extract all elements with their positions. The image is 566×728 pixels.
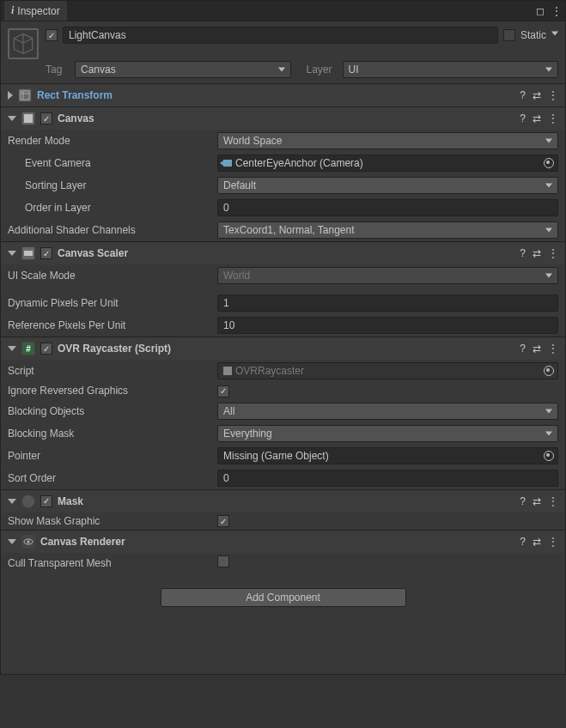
foldout-icon (8, 116, 16, 121)
ovr-raycaster-title: OVR Raycaster (Script) (58, 343, 514, 355)
preset-icon[interactable]: ⇄ (533, 247, 541, 259)
rect-transform-title: Rect Transform (37, 89, 514, 101)
event-camera-field[interactable]: CenterEyeAnchor (Camera) (217, 155, 558, 172)
help-icon[interactable]: ? (520, 112, 526, 124)
reference-ppu-field[interactable]: 10 (217, 317, 558, 334)
sorting-layer-dropdown[interactable]: Default (217, 177, 558, 194)
prop-label: Script (8, 365, 214, 377)
prop-label: Blocking Objects (8, 405, 214, 417)
prop-label: Order in Layer (8, 202, 214, 214)
canvas-scaler-header[interactable]: Canvas Scaler ?⇄⋮ (1, 242, 565, 264)
order-in-layer-field[interactable]: 0 (217, 199, 558, 216)
camera-icon (223, 160, 232, 167)
canvas-scaler-icon (21, 246, 35, 260)
additional-channels-dropdown[interactable]: TexCoord1, Normal, Tangent (217, 221, 558, 239)
ui-scale-mode-dropdown: World (217, 267, 558, 284)
script-field: OVRRaycaster (217, 362, 558, 379)
svg-rect-0 (21, 91, 29, 100)
prop-label: Event Camera (8, 157, 214, 169)
add-component-button[interactable]: Add Component (161, 588, 406, 607)
prop-label: Pointer (8, 450, 214, 462)
show-mask-graphic-checkbox[interactable] (217, 515, 229, 527)
rect-transform-header[interactable]: Rect Transform ?⇄⋮ (1, 84, 565, 106)
ignore-reversed-checkbox[interactable] (217, 385, 229, 397)
prop-label: Additional Shader Channels (8, 224, 214, 236)
svg-rect-4 (24, 251, 33, 256)
prop-label: Blocking Mask (8, 428, 214, 440)
tab-title: Inspector (17, 5, 59, 17)
help-icon[interactable]: ? (520, 343, 526, 355)
static-checkbox[interactable] (503, 29, 515, 41)
mask-enabled-checkbox[interactable] (40, 495, 52, 507)
enabled-checkbox[interactable] (46, 29, 58, 41)
dynamic-ppu-field[interactable]: 1 (217, 294, 558, 312)
canvas-renderer-header[interactable]: Canvas Renderer ?⇄⋮ (1, 531, 565, 553)
prop-label: Ignore Reversed Graphics (8, 385, 214, 397)
mask-header[interactable]: Mask ?⇄⋮ (1, 490, 565, 513)
mask-title: Mask (58, 495, 514, 507)
lock-icon[interactable]: ◻ (536, 5, 545, 17)
prop-label: Reference Pixels Per Unit (8, 319, 214, 331)
canvas-enabled-checkbox[interactable] (40, 112, 52, 124)
prop-label: Dynamic Pixels Per Unit (8, 297, 214, 309)
foldout-icon (8, 499, 16, 504)
preset-icon[interactable]: ⇄ (533, 343, 541, 355)
tag-dropdown[interactable]: Canvas (75, 61, 291, 78)
ovr-raycaster-enabled-checkbox[interactable] (40, 343, 52, 355)
info-icon: i (11, 4, 14, 17)
script-asset-icon (223, 367, 232, 375)
preset-icon[interactable]: ⇄ (533, 89, 541, 101)
sort-order-field[interactable]: 0 (217, 470, 558, 487)
foldout-icon (8, 539, 16, 544)
preset-icon[interactable]: ⇄ (533, 112, 541, 124)
tag-label: Tag (46, 64, 70, 76)
svg-rect-3 (24, 114, 33, 123)
foldout-icon (8, 251, 16, 256)
canvas-icon (21, 112, 35, 125)
menu-icon[interactable]: ⋮ (548, 112, 558, 124)
prop-label: Show Mask Graphic (8, 515, 214, 527)
ovr-raycaster-header[interactable]: # OVR Raycaster (Script) ?⇄⋮ (1, 337, 565, 360)
blocking-objects-dropdown[interactable]: All (217, 403, 558, 420)
prop-label: UI Scale Mode (8, 270, 214, 282)
cull-transparent-mesh-checkbox[interactable] (217, 555, 229, 567)
menu-icon[interactable]: ⋮ (548, 536, 558, 548)
menu-icon[interactable]: ⋮ (548, 89, 558, 101)
object-picker-icon[interactable] (544, 366, 554, 376)
script-icon: # (21, 342, 35, 355)
name-field[interactable]: LightCanvas (63, 27, 498, 44)
preset-icon[interactable]: ⇄ (533, 495, 541, 507)
blocking-mask-dropdown[interactable]: Everything (217, 425, 558, 442)
canvas-renderer-title: Canvas Renderer (40, 536, 514, 548)
layer-label: Layer (307, 64, 338, 76)
canvas-renderer-icon (21, 535, 35, 549)
mask-icon (21, 494, 35, 508)
gameobject-icon[interactable] (8, 28, 39, 59)
menu-icon[interactable]: ⋮ (548, 495, 558, 507)
help-icon[interactable]: ? (520, 495, 526, 507)
tab-bar: i Inspector ◻ ⋮ (1, 1, 565, 21)
canvas-scaler-title: Canvas Scaler (58, 247, 514, 259)
prop-label: Sort Order (8, 472, 214, 484)
preset-icon[interactable]: ⇄ (533, 536, 541, 548)
rect-transform-icon (18, 88, 32, 102)
menu-icon[interactable]: ⋮ (548, 247, 558, 259)
layer-dropdown[interactable]: UI (343, 61, 559, 78)
static-label: Static (520, 29, 546, 41)
menu-icon[interactable]: ⋮ (548, 343, 558, 355)
svg-point-6 (27, 541, 30, 543)
object-picker-icon[interactable] (544, 451, 554, 461)
tab-menu-icon[interactable]: ⋮ (551, 5, 562, 17)
pointer-field[interactable]: Missing (Game Object) (217, 447, 558, 464)
canvas-title: Canvas (58, 112, 514, 124)
object-picker-icon[interactable] (544, 158, 554, 168)
help-icon[interactable]: ? (520, 536, 526, 548)
foldout-icon (8, 346, 16, 351)
canvas-scaler-enabled-checkbox[interactable] (40, 247, 52, 259)
canvas-header[interactable]: Canvas ?⇄⋮ (1, 107, 565, 130)
help-icon[interactable]: ? (520, 89, 526, 101)
render-mode-dropdown[interactable]: World Space (217, 132, 558, 149)
foldout-icon (8, 91, 13, 100)
inspector-tab[interactable]: i Inspector (4, 1, 67, 21)
help-icon[interactable]: ? (520, 247, 526, 259)
